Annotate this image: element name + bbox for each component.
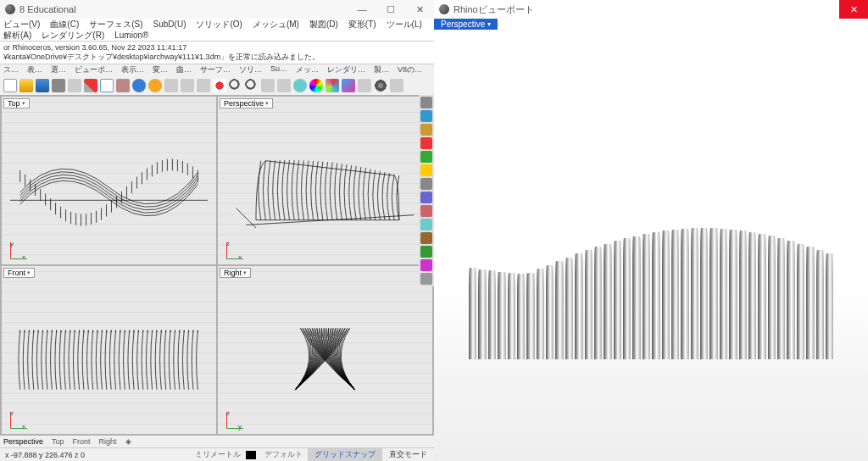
side-tool-13-icon[interactable] xyxy=(420,259,432,271)
ttab-11[interactable]: レンダリ… xyxy=(327,64,365,76)
zoom-extents-icon[interactable] xyxy=(245,79,259,92)
menu-transform[interactable]: 変形(T) xyxy=(348,19,376,30)
pan-icon[interactable] xyxy=(261,79,275,92)
right-vp-label[interactable]: Perspective ▾ xyxy=(434,19,498,30)
viewport-grid: Top▾ y x Per xyxy=(0,95,434,436)
vptab-top[interactable]: Top xyxy=(52,437,64,446)
menu-mesh[interactable]: メッシュ(M) xyxy=(253,19,299,30)
right-viewport-area[interactable]: Perspective ▾ xyxy=(434,19,868,461)
paste-icon[interactable] xyxy=(116,79,130,92)
viewport-perspective[interactable]: Perspective▾ z x xyxy=(218,97,432,264)
copy-icon[interactable] xyxy=(100,79,114,92)
menu-drafting[interactable]: 製図(D) xyxy=(309,19,338,30)
chevron-down-icon[interactable]: ▾ xyxy=(487,20,491,28)
side-tool-10-icon[interactable] xyxy=(420,219,432,230)
right-window-controls: ✕ xyxy=(839,0,868,19)
ttab-13[interactable]: V8の… xyxy=(398,64,422,76)
menu-view[interactable]: ビュー(V) xyxy=(3,19,40,30)
rotate-icon[interactable] xyxy=(181,79,194,92)
vptab-perspective[interactable]: Perspective xyxy=(3,437,43,446)
side-tool-6-icon[interactable] xyxy=(420,164,432,176)
status-coords: x -97.888 y 226.476 z 0 xyxy=(0,451,90,459)
properties-icon[interactable] xyxy=(358,79,371,92)
open-icon[interactable] xyxy=(19,79,33,92)
ttab-3[interactable]: ビューポ… xyxy=(75,64,113,76)
side-tool-1-icon[interactable] xyxy=(420,97,432,108)
right-titlebar[interactable]: Rhinoビューポート ✕ xyxy=(434,0,868,19)
redo-icon[interactable] xyxy=(148,79,162,92)
side-tool-5-icon[interactable] xyxy=(420,151,432,163)
save-icon[interactable] xyxy=(36,79,49,92)
status-ortho[interactable]: 直交モード xyxy=(382,449,434,460)
side-tool-9-icon[interactable] xyxy=(420,205,432,217)
side-tool-8-icon[interactable] xyxy=(420,192,432,203)
menu-solid[interactable]: ソリッド(O) xyxy=(196,19,242,30)
layer-icon[interactable] xyxy=(342,79,355,92)
undo-icon[interactable] xyxy=(132,79,146,92)
import-icon[interactable] xyxy=(68,79,81,92)
zoom-icon[interactable] xyxy=(229,79,242,92)
status-units[interactable]: ミリメートル xyxy=(190,449,246,460)
ttab-1[interactable]: 表… xyxy=(27,64,42,76)
ttab-9[interactable]: Su… xyxy=(270,64,287,76)
ttab-10[interactable]: メッ… xyxy=(296,64,319,76)
menu-tools[interactable]: ツール(L) xyxy=(387,19,422,30)
ttab-0[interactable]: ス… xyxy=(3,64,19,76)
maximize-button[interactable]: ☐ xyxy=(376,0,405,19)
vptab-front[interactable]: Front xyxy=(73,437,91,446)
vp-front-label[interactable]: Front▾ xyxy=(3,268,35,278)
command-history[interactable]: or Rhinoceros, version 3.60.65, Nov 22 2… xyxy=(0,41,434,64)
vptab-more[interactable]: ◈ xyxy=(125,437,131,446)
new-icon[interactable] xyxy=(3,79,17,92)
options-icon[interactable] xyxy=(374,79,387,92)
cut-icon[interactable] xyxy=(84,79,97,92)
side-tool-11-icon[interactable] xyxy=(420,232,432,244)
chevron-down-icon[interactable]: ▾ xyxy=(243,269,247,276)
ttab-4[interactable]: 表示… xyxy=(121,64,144,76)
scale-icon[interactable] xyxy=(197,79,210,92)
menu-render[interactable]: レンダリング(R) xyxy=(42,30,104,41)
ttab-7[interactable]: サーフ… xyxy=(200,64,231,76)
side-tool-2-icon[interactable] xyxy=(420,110,432,122)
chevron-down-icon[interactable]: ▾ xyxy=(265,100,269,107)
side-tool-4-icon[interactable] xyxy=(420,137,432,149)
display-icon[interactable] xyxy=(326,79,339,92)
ttab-8[interactable]: ソリ… xyxy=(239,64,262,76)
menu-curve[interactable]: 曲線(C) xyxy=(50,19,79,30)
main-titlebar[interactable]: 8 Educational — ☐ ✕ xyxy=(0,0,434,19)
viewport-top[interactable]: Top▾ y x xyxy=(2,97,216,264)
viewport-right[interactable]: Right▾ z y xyxy=(218,266,432,434)
status-layer[interactable]: デフォルト xyxy=(259,449,308,460)
chevron-down-icon[interactable]: ▾ xyxy=(22,100,25,107)
menu-subd[interactable]: SubD(U) xyxy=(153,19,186,30)
side-tool-12-icon[interactable] xyxy=(420,246,432,258)
vp-top-label[interactable]: Top▾ xyxy=(3,98,30,108)
print-icon[interactable] xyxy=(52,79,65,92)
side-tool-14-icon[interactable] xyxy=(420,273,432,285)
chevron-down-icon[interactable]: ▾ xyxy=(27,269,31,276)
vp-right-label[interactable]: Right▾ xyxy=(220,268,251,278)
status-gridsnap[interactable]: グリッドスナップ xyxy=(308,448,382,461)
side-tool-3-icon[interactable] xyxy=(420,124,432,136)
vp-persp-label[interactable]: Perspective▾ xyxy=(220,98,273,108)
hide-icon[interactable] xyxy=(277,79,291,92)
vptab-right[interactable]: Right xyxy=(99,437,117,446)
menu-lumion[interactable]: Lumion® xyxy=(114,30,148,41)
cplane-icon[interactable] xyxy=(293,79,307,92)
move-icon[interactable] xyxy=(164,79,178,92)
ttab-2[interactable]: 選… xyxy=(51,64,66,76)
layer-swatch-icon[interactable] xyxy=(246,451,256,459)
menu-surface[interactable]: サーフェス(S) xyxy=(89,19,142,30)
viewport-front[interactable]: Front▾ z x xyxy=(2,266,216,434)
side-tool-7-icon[interactable] xyxy=(420,178,432,190)
menu-analyze[interactable]: 解析(A) xyxy=(3,30,31,41)
ttab-5[interactable]: 変… xyxy=(153,64,168,76)
render-icon[interactable] xyxy=(309,79,323,92)
ttab-6[interactable]: 曲… xyxy=(176,64,192,76)
close-button[interactable]: ✕ xyxy=(839,0,868,19)
car-icon[interactable] xyxy=(213,79,226,92)
minimize-button[interactable]: — xyxy=(348,0,376,19)
help-icon[interactable] xyxy=(390,79,403,92)
ttab-12[interactable]: 製… xyxy=(374,64,389,76)
close-button[interactable]: ✕ xyxy=(405,0,434,19)
